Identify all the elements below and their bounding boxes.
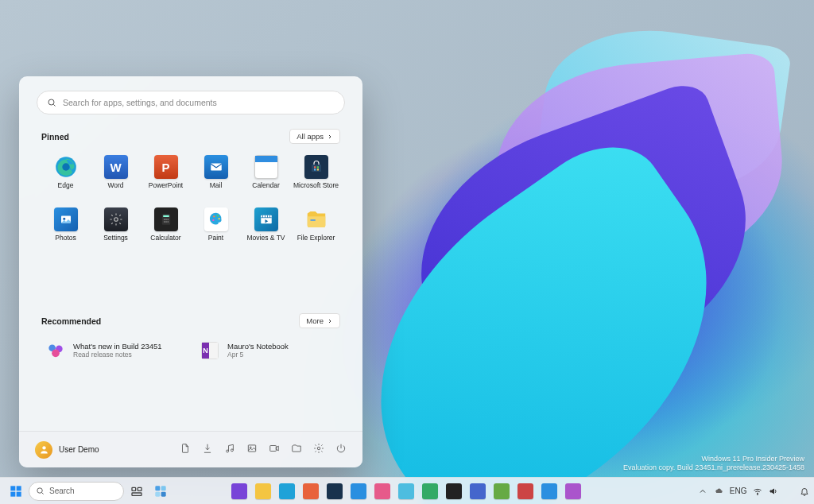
tb-app8-icon[interactable]: [538, 480, 560, 502]
power-icon[interactable]: [335, 443, 347, 457]
settings-gear-icon[interactable]: [313, 443, 324, 457]
calendar-icon: [254, 155, 278, 179]
svg-rect-8: [316, 169, 318, 170]
more-label: More: [306, 316, 324, 325]
svg-rect-37: [17, 486, 21, 490]
tb-app7-icon[interactable]: [514, 480, 537, 502]
svg-point-35: [317, 447, 320, 450]
watermark-line2: Evaluation copy. Build 23451.ni_prerelea…: [623, 463, 804, 472]
tb-app2-icon[interactable]: [371, 480, 393, 502]
search-input[interactable]: [63, 98, 335, 107]
settings-icon: [104, 207, 128, 231]
task-view-icon: [130, 485, 143, 498]
movies-icon: [254, 207, 278, 231]
pinned-app-calculator[interactable]: Calculator: [141, 204, 190, 254]
svg-rect-43: [132, 493, 141, 495]
taskbar-search[interactable]: Search: [29, 482, 124, 501]
all-apps-label: All apps: [297, 132, 324, 141]
svg-point-10: [63, 218, 65, 220]
language-indicator[interactable]: ENG: [730, 487, 747, 495]
svg-point-18: [165, 221, 167, 223]
pinned-app-mail[interactable]: Mail: [192, 152, 240, 201]
tb-app1-icon[interactable]: [300, 480, 322, 502]
svg-rect-6: [316, 166, 318, 168]
recommended-item[interactable]: What's new in Build 23451Read release no…: [41, 336, 186, 365]
tb-explorer-icon[interactable]: [252, 480, 274, 502]
recommended-subtitle: Apr 5: [227, 351, 289, 359]
videos-icon[interactable]: [269, 443, 280, 457]
tb-chat-icon[interactable]: [228, 480, 250, 502]
svg-point-11: [114, 218, 118, 222]
mail-icon: [204, 155, 228, 179]
svg-rect-3: [211, 164, 222, 171]
watermark-line1: Windows 11 Pro Insider Preview: [623, 455, 804, 463]
svg-point-14: [164, 219, 165, 220]
system-tray[interactable]: ENG: [695, 487, 809, 496]
tb-app4-icon[interactable]: [419, 480, 441, 502]
svg-point-0: [48, 99, 54, 105]
tb-store-icon[interactable]: [324, 480, 346, 502]
search-icon: [47, 98, 56, 107]
widgets-button[interactable]: [149, 480, 172, 502]
start-search[interactable]: [37, 91, 345, 114]
search-icon: [36, 487, 45, 495]
svg-point-22: [212, 219, 214, 221]
chevron-up-icon[interactable]: [698, 487, 707, 496]
svg-rect-34: [270, 445, 277, 451]
tb-edge-icon[interactable]: [276, 480, 298, 502]
onedrive-icon[interactable]: [714, 487, 723, 496]
word-icon: W: [104, 155, 128, 179]
svg-rect-38: [10, 491, 15, 496]
svg-rect-25: [310, 219, 315, 221]
tb-app6-icon[interactable]: [490, 480, 513, 502]
user-account-button[interactable]: User Demo: [35, 441, 99, 459]
svg-rect-7: [314, 169, 316, 170]
pinned-app-calendar[interactable]: Calendar: [242, 152, 290, 201]
pinned-app-paint[interactable]: Paint: [192, 204, 240, 254]
pinned-app-file-explorer[interactable]: File Explorer: [292, 204, 340, 254]
tb-mail-icon[interactable]: [347, 480, 370, 502]
pinned-app-microsoft-store[interactable]: Microsoft Store: [292, 152, 340, 201]
svg-point-20: [213, 215, 215, 217]
svg-point-16: [167, 219, 169, 220]
svg-point-48: [758, 494, 758, 494]
more-button[interactable]: More: [299, 313, 340, 328]
clock[interactable]: [788, 487, 793, 494]
start-button[interactable]: [5, 480, 27, 502]
paint-icon: [204, 207, 228, 231]
app-label: Calculator: [150, 235, 180, 242]
pinned-app-settings[interactable]: Settings: [91, 204, 140, 254]
svg-point-28: [52, 349, 60, 357]
people-icon: [45, 339, 67, 362]
powerpoint-icon: P: [154, 155, 178, 179]
app-label: Word: [107, 182, 123, 189]
wifi-icon[interactable]: [753, 487, 762, 496]
app-label: Calendar: [252, 182, 280, 189]
edge-icon: [54, 155, 78, 179]
downloads-icon[interactable]: [202, 443, 213, 457]
avatar: [35, 441, 52, 459]
tb-app9-icon[interactable]: [562, 480, 584, 502]
tb-terminal-icon[interactable]: [443, 480, 465, 502]
volume-icon[interactable]: [769, 487, 778, 496]
pinned-app-movies-tv[interactable]: Movies & TV: [242, 204, 290, 254]
pinned-app-photos[interactable]: Photos: [41, 204, 90, 254]
recommended-item[interactable]: NMauro's NotebookApr 5: [196, 336, 340, 365]
notifications-icon[interactable]: [800, 487, 809, 496]
task-view-button[interactable]: [126, 480, 148, 502]
pinned-app-word[interactable]: WWord: [91, 152, 140, 201]
all-apps-button[interactable]: All apps: [289, 129, 340, 144]
app-label: Edge: [58, 182, 74, 189]
tb-app3-icon[interactable]: [395, 480, 417, 502]
app-label: File Explorer: [297, 235, 335, 242]
pinned-app-powerpoint[interactable]: PPowerPoint: [141, 152, 190, 201]
pictures-icon[interactable]: [246, 443, 258, 457]
folder-icon[interactable]: [291, 443, 302, 457]
music-icon[interactable]: [224, 443, 235, 457]
chevron-right-icon: [327, 134, 333, 140]
documents-icon[interactable]: [180, 443, 191, 457]
pinned-grid: EdgeWWordPPowerPointMailCalendarMicrosof…: [41, 152, 340, 254]
svg-point-19: [167, 221, 169, 223]
tb-app5-icon[interactable]: [467, 480, 489, 502]
pinned-app-edge[interactable]: Edge: [41, 152, 90, 201]
